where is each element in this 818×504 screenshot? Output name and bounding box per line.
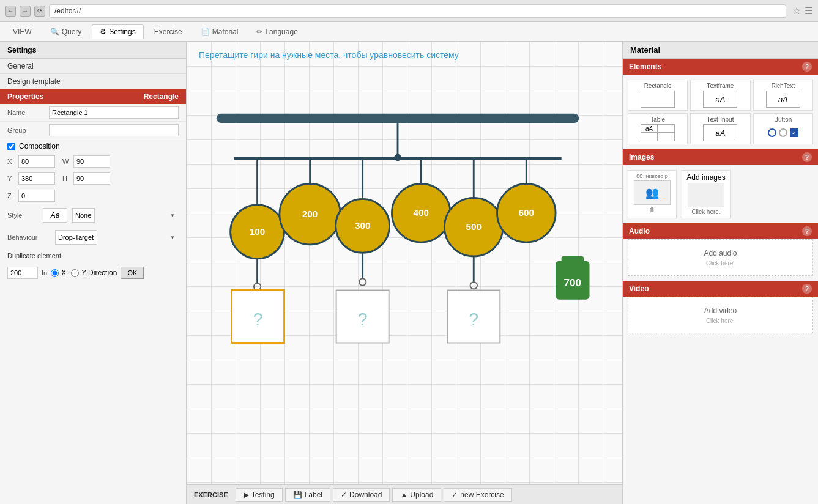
tab-query[interactable]: 🔍 Query — [42, 24, 90, 39]
style-box[interactable]: Aa — [43, 208, 67, 223]
tab-settings[interactable]: ⚙ Settings — [92, 24, 143, 39]
top-bar — [217, 114, 579, 123]
y-direction-label: Y-Direction — [81, 269, 117, 277]
drop-circle-3 — [470, 282, 477, 289]
richtext-preview: aA — [766, 91, 800, 108]
properties-header: Properties Rectangle — [0, 89, 186, 104]
composition-label: Composition — [19, 142, 60, 150]
w-label: W — [62, 158, 71, 165]
name-input[interactable] — [49, 106, 179, 119]
delete-icon[interactable]: 🗑 — [649, 206, 655, 213]
composition-checkbox[interactable] — [7, 143, 15, 150]
click-here-video: Click here. — [706, 317, 735, 324]
add-image-thumb — [688, 183, 724, 207]
forward-button[interactable]: → — [20, 6, 31, 17]
tab-exercise[interactable]: Exercise — [146, 24, 190, 39]
h-input[interactable] — [73, 172, 110, 185]
canvas-grid[interactable]: Перетащите гири на нужные места, чтобы у… — [187, 42, 622, 484]
weight-text-4: 400 — [413, 207, 429, 218]
add-video-item[interactable]: Add video Click here. — [628, 297, 813, 333]
download-button[interactable]: ✓ Download — [333, 488, 390, 502]
weight-text-6: 600 — [519, 207, 535, 218]
elements-help-icon[interactable]: ? — [802, 62, 812, 72]
direction-radio-group: X- Y-Direction — [51, 269, 117, 277]
elements-grid: Rectangle Textframe aA RichText aA Table — [623, 75, 818, 149]
canvas-instruction: Перетащите гири на нужные места, чтобы у… — [199, 50, 459, 60]
weight-jar-top — [562, 256, 584, 264]
style-select[interactable]: None — [72, 208, 95, 223]
group-input[interactable] — [49, 124, 179, 136]
duplicate-row: In X- Y-Direction OK — [0, 263, 186, 283]
download-icon: ✓ — [341, 491, 347, 499]
y-label: Y — [7, 175, 16, 182]
check-icon: ✓ — [452, 491, 458, 499]
xy-row: X W — [0, 153, 186, 170]
general-section: General — [0, 59, 186, 74]
menu-icon[interactable]: ☰ — [805, 5, 813, 17]
behaviour-select[interactable]: Drop-Target — [55, 230, 97, 245]
main-layout: Settings General Design template Propert… — [0, 42, 818, 504]
group-row: Group — [0, 122, 186, 139]
video-help-icon[interactable]: ? — [802, 284, 812, 294]
duplicate-input[interactable] — [7, 267, 38, 279]
question-3: ? — [469, 309, 478, 329]
existing-image[interactable]: 00_resized.p 👥 🗑 — [628, 170, 677, 218]
images-help-icon[interactable]: ? — [802, 152, 812, 162]
refresh-button[interactable]: ⟳ — [34, 6, 45, 17]
material-icon: 📄 — [201, 28, 210, 36]
label-button[interactable]: 💾 Label — [285, 488, 330, 502]
elements-section-header: Elements ? — [623, 59, 818, 75]
element-rectangle[interactable]: Rectangle — [628, 80, 688, 111]
x-direction-radio[interactable] — [51, 269, 59, 277]
composition-row: Composition — [0, 139, 186, 153]
textframe-preview: aA — [703, 91, 737, 108]
bottom-toolbar: EXERCISE ▶ Testing 💾 Label ✓ Download ▲ … — [187, 484, 622, 504]
y-direction-radio[interactable] — [71, 269, 79, 277]
behaviour-label: Behaviour — [7, 234, 50, 241]
in-label: In — [42, 269, 47, 276]
testing-button[interactable]: ▶ Testing — [236, 488, 283, 502]
x-input[interactable] — [18, 155, 55, 168]
play-icon: ▶ — [244, 491, 249, 499]
click-here-images: Click here. — [691, 209, 720, 215]
element-text-input[interactable]: Text-Input aA — [690, 113, 750, 144]
add-audio-item[interactable]: Add audio Click here. — [628, 239, 813, 276]
audio-help-icon[interactable]: ? — [802, 226, 812, 236]
rectangle-preview — [641, 91, 675, 108]
ok-button[interactable]: OK — [121, 267, 144, 279]
weight-text-2: 200 — [302, 209, 318, 219]
images-area: 00_resized.p 👥 🗑 Add images Click here. — [623, 165, 818, 223]
upload-button[interactable]: ▲ Upload — [392, 488, 441, 502]
question-1: ? — [253, 309, 263, 329]
center-canvas[interactable]: Перетащите гири на нужные места, чтобы у… — [187, 42, 622, 504]
z-input[interactable] — [18, 190, 55, 202]
design-template-section[interactable]: Design template — [0, 74, 186, 89]
style-label: Style — [7, 212, 38, 219]
bookmark-icon[interactable]: ☆ — [792, 5, 801, 17]
url-bar[interactable]: /editor#/ — [49, 4, 786, 18]
language-icon: ✏ — [256, 28, 262, 36]
element-table[interactable]: Table aA — [628, 113, 688, 144]
image-thumb: 👥 — [634, 180, 671, 205]
tab-view[interactable]: VIEW — [5, 24, 40, 39]
drop-circle-1 — [254, 283, 261, 290]
w-input[interactable] — [73, 155, 110, 168]
z-label: Z — [7, 192, 16, 199]
element-textframe[interactable]: Textframe aA — [690, 80, 750, 111]
back-button[interactable]: ← — [5, 6, 16, 17]
left-panel: Settings General Design template Propert… — [0, 42, 187, 504]
right-panel: Material Elements ? Rectangle Textframe … — [622, 42, 818, 504]
y-input[interactable] — [18, 172, 55, 185]
tab-material[interactable]: 📄 Material — [193, 24, 247, 39]
x-direction-label: X- — [61, 269, 69, 277]
new-exercise-button[interactable]: ✓ new Exercise — [444, 488, 511, 502]
tab-language[interactable]: ✏ Language — [248, 24, 305, 39]
element-richtext[interactable]: RichText aA — [753, 80, 813, 111]
weight-text-3: 300 — [355, 220, 371, 231]
upload-icon: ▲ — [400, 491, 407, 499]
element-button[interactable]: Button ✓ — [753, 113, 813, 144]
add-images-item[interactable]: Add images Click here. — [682, 170, 731, 218]
material-panel-title: Material — [623, 42, 818, 59]
style-row: Style Aa None — [0, 204, 186, 226]
pivot — [394, 154, 401, 161]
